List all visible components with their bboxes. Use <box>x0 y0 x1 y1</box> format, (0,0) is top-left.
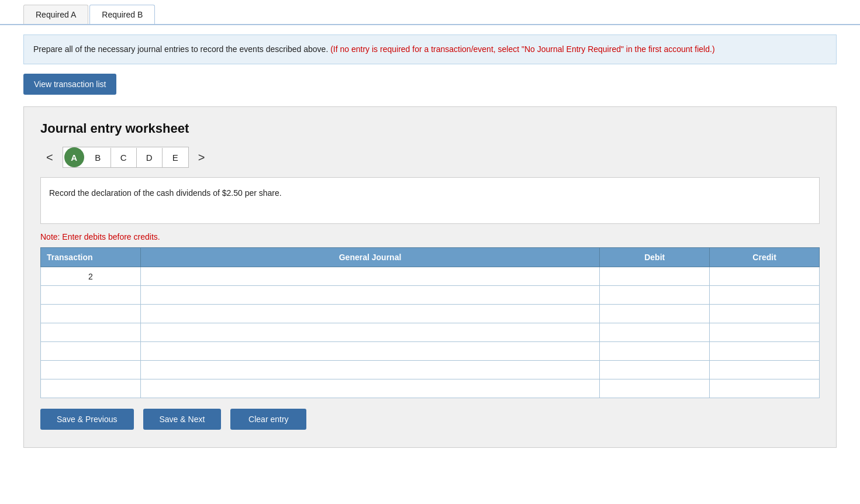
credit-cell-7[interactable] <box>710 379 820 398</box>
journal-table: Transaction General Journal Debit Credit… <box>40 247 820 398</box>
credit-input-4[interactable] <box>710 323 819 341</box>
tab-required-a[interactable]: Required A <box>23 5 88 24</box>
step-tabs-wrapper: A B C D E <box>63 147 189 168</box>
general-journal-input-2[interactable] <box>141 286 600 304</box>
transaction-cell-4 <box>41 323 141 342</box>
step-tab-b[interactable]: B <box>85 148 111 167</box>
credit-input-6[interactable] <box>710 361 819 379</box>
description-box: Record the declaration of the cash divid… <box>40 177 820 224</box>
th-transaction: Transaction <box>41 248 141 267</box>
debit-input-4[interactable] <box>600 323 709 341</box>
bottom-buttons: Save & Previous Save & Next Clear entry <box>40 409 820 430</box>
credit-cell-5[interactable] <box>710 342 820 361</box>
tab-required-b[interactable]: Required B <box>89 5 155 24</box>
worksheet-title: Journal entry worksheet <box>40 121 820 136</box>
note-text: Note: Enter debits before credits. <box>40 232 820 241</box>
clear-entry-button[interactable]: Clear entry <box>230 409 306 430</box>
debit-input-3[interactable] <box>600 305 709 323</box>
general-journal-input-5[interactable] <box>141 342 600 360</box>
credit-cell-6[interactable] <box>710 361 820 379</box>
credit-input-3[interactable] <box>710 305 819 323</box>
general-journal-cell-3[interactable] <box>140 305 600 323</box>
general-journal-input-1[interactable] <box>141 267 600 285</box>
table-row: 2 <box>41 267 820 286</box>
view-transaction-button[interactable]: View transaction list <box>23 74 116 95</box>
credit-cell-2[interactable] <box>710 286 820 305</box>
transaction-cell-5 <box>41 342 141 361</box>
nav-tabs-area: < A B C D E > <box>40 147 820 168</box>
debit-input-5[interactable] <box>600 342 709 360</box>
save-next-button[interactable]: Save & Next <box>143 409 222 430</box>
step-tab-c[interactable]: C <box>111 148 137 167</box>
table-row <box>41 379 820 398</box>
tabs-bar: Required A Required B <box>0 0 860 25</box>
general-journal-cell-6[interactable] <box>140 361 600 379</box>
general-journal-input-6[interactable] <box>141 361 600 379</box>
debit-input-2[interactable] <box>600 286 709 304</box>
prev-arrow[interactable]: < <box>40 149 59 167</box>
general-journal-cell-1[interactable] <box>140 267 600 286</box>
credit-cell-1[interactable] <box>710 267 820 286</box>
credit-input-1[interactable] <box>710 267 819 285</box>
step-tab-d[interactable]: D <box>137 148 163 167</box>
description-text: Record the declaration of the cash divid… <box>49 188 282 198</box>
transaction-cell-7 <box>41 379 141 398</box>
transaction-cell-2 <box>41 286 141 305</box>
worksheet-container: Journal entry worksheet < A B C D E > Re… <box>23 106 837 448</box>
instructions-box: Prepare all of the necessary journal ent… <box>23 34 837 64</box>
save-previous-button[interactable]: Save & Previous <box>40 409 134 430</box>
debit-input-1[interactable] <box>600 267 709 285</box>
general-journal-cell-7[interactable] <box>140 379 600 398</box>
credit-input-5[interactable] <box>710 342 819 360</box>
credit-input-7[interactable] <box>710 379 819 398</box>
general-journal-cell-5[interactable] <box>140 342 600 361</box>
transaction-cell-1: 2 <box>41 267 141 286</box>
table-row <box>41 342 820 361</box>
debit-cell-4[interactable] <box>600 323 710 342</box>
th-general-journal: General Journal <box>140 248 600 267</box>
credit-cell-4[interactable] <box>710 323 820 342</box>
transaction-cell-6 <box>41 361 141 379</box>
table-row <box>41 305 820 323</box>
table-row <box>41 361 820 379</box>
general-journal-input-4[interactable] <box>141 323 600 341</box>
debit-input-7[interactable] <box>600 379 709 398</box>
general-journal-cell-4[interactable] <box>140 323 600 342</box>
step-tab-e[interactable]: E <box>163 148 188 167</box>
general-journal-input-3[interactable] <box>141 305 600 323</box>
transaction-cell-3 <box>41 305 141 323</box>
table-row <box>41 323 820 342</box>
debit-cell-1[interactable] <box>600 267 710 286</box>
instructions-text: Prepare all of the necessary journal ent… <box>33 44 328 54</box>
credit-input-2[interactable] <box>710 286 819 304</box>
step-tab-a[interactable]: A <box>64 147 84 167</box>
debit-cell-7[interactable] <box>600 379 710 398</box>
debit-cell-3[interactable] <box>600 305 710 323</box>
instructions-red-text: (If no entry is required for a transacti… <box>330 44 714 54</box>
debit-cell-6[interactable] <box>600 361 710 379</box>
general-journal-input-7[interactable] <box>141 379 600 398</box>
next-arrow[interactable]: > <box>192 149 211 167</box>
credit-cell-3[interactable] <box>710 305 820 323</box>
table-row <box>41 286 820 305</box>
general-journal-cell-2[interactable] <box>140 286 600 305</box>
th-credit: Credit <box>710 248 820 267</box>
debit-cell-5[interactable] <box>600 342 710 361</box>
debit-input-6[interactable] <box>600 361 709 379</box>
th-debit: Debit <box>600 248 710 267</box>
debit-cell-2[interactable] <box>600 286 710 305</box>
